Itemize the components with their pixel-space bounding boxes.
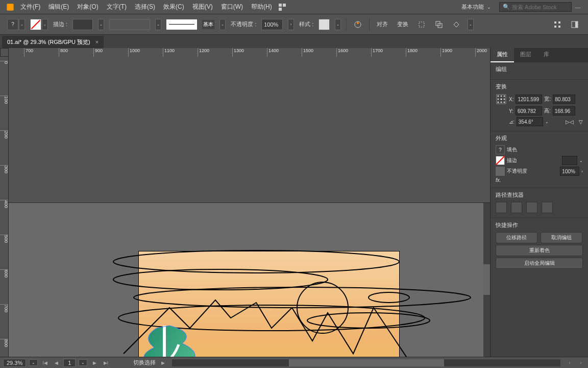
stroke-dd[interactable]: ⌄ (42, 19, 48, 30)
transform-header: 变换 (496, 83, 583, 90)
flip-h-icon[interactable]: ▷◁ (566, 119, 574, 125)
workspace-switcher[interactable]: 基本功能 ⌄ (457, 3, 495, 11)
svg-rect-1 (279, 4, 282, 7)
tool-hint: 切换选择 (133, 359, 156, 366)
svg-rect-2 (283, 4, 286, 7)
canvas[interactable] (9, 203, 490, 357)
minimize-icon[interactable]: — (572, 1, 584, 13)
menu-effect[interactable]: 效果(C) (159, 3, 188, 11)
stroke-weight-dd[interactable]: ⌄ (98, 19, 104, 30)
brush-preview[interactable] (166, 19, 197, 30)
menu-object[interactable]: 对象(O) (73, 3, 102, 11)
align-button[interactable]: 对齐 (375, 19, 390, 30)
search-stock[interactable]: 🔍 (499, 2, 572, 12)
fill-dd[interactable]: ⌄ (19, 19, 25, 30)
control-bar: ?⌄ ⌄ 描边 : ⌄ ⌄ 基本 ⌄ 不透明度 : › 样式 : ⌄ 对齐 变换… (0, 14, 588, 35)
stroke-weight-label: 描边 : (53, 20, 67, 28)
document-tab[interactable]: 01.ai* @ 29.3% (RGB/GPU 预览) × (2, 36, 104, 48)
recolor-button[interactable]: 重新着色 (496, 245, 583, 256)
pf-unite-icon[interactable] (496, 202, 507, 213)
zoom-level[interactable]: 29.3% (3, 359, 26, 367)
reference-point-icon[interactable] (496, 94, 507, 105)
menu-select[interactable]: 选择(S) (131, 3, 159, 11)
next-artboard-icon[interactable]: ▶ (90, 359, 99, 367)
search-icon: 🔍 (503, 4, 510, 10)
graphic-style[interactable] (318, 19, 330, 30)
canvas-vscroll[interactable] (483, 203, 490, 357)
svg-rect-3 (279, 8, 282, 11)
opacity-input[interactable] (261, 19, 283, 30)
menu-file[interactable]: 文件(F) (16, 3, 44, 11)
svg-point-44 (504, 102, 505, 103)
close-tab-icon[interactable]: × (95, 39, 99, 45)
quick-actions-header: 快捷操作 (496, 221, 583, 229)
panel-toggle-icon[interactable] (569, 18, 581, 31)
svg-point-5 (357, 22, 359, 24)
var-width-profile[interactable] (109, 19, 150, 30)
opacity-field[interactable] (560, 167, 579, 176)
brush-dd[interactable]: ⌄ (219, 19, 226, 30)
search-input[interactable] (512, 4, 568, 10)
menu-window[interactable]: 窗口(W) (217, 3, 247, 11)
tab-properties[interactable]: 属性 (491, 48, 514, 62)
global-edit-button[interactable]: 启动全局编辑 (496, 258, 583, 269)
svg-rect-11 (554, 26, 556, 28)
ungroup-button[interactable]: 取消编组 (541, 232, 582, 243)
flip-v-icon[interactable]: ▽ (579, 119, 583, 125)
opacity-dd[interactable]: › (288, 19, 294, 30)
ruler-origin[interactable] (0, 48, 9, 57)
appearance-stroke-none[interactable] (496, 156, 505, 165)
fill-swatch[interactable]: ? (7, 19, 18, 30)
prev-artboard-icon[interactable]: ◀ (52, 359, 60, 367)
tab-libraries[interactable]: 库 (537, 48, 555, 62)
h-input[interactable] (553, 106, 575, 116)
menu-view[interactable]: 视图(V) (188, 3, 217, 11)
svg-rect-14 (575, 21, 578, 28)
stroke-swatch[interactable] (30, 19, 41, 30)
var-width-dd[interactable]: ⌄ (155, 19, 161, 30)
stroke-w-input[interactable] (562, 156, 577, 165)
menu-edit[interactable]: 编辑(E) (44, 3, 73, 11)
fx-label[interactable]: fx. (496, 177, 501, 183)
app-icon (4, 1, 16, 13)
artboard-number[interactable]: 1 (63, 359, 76, 367)
svg-point-41 (504, 99, 505, 100)
pf-minus-icon[interactable] (511, 202, 522, 213)
recolor-icon[interactable] (352, 18, 364, 31)
offset-path-button[interactable]: 位移路径 (496, 232, 537, 243)
more-dd[interactable]: ⌄ (468, 19, 474, 30)
menu-help[interactable]: 帮助(H) (247, 3, 276, 11)
w-input[interactable] (553, 95, 575, 104)
panel-tabs: 属性 图层 库 (491, 48, 588, 62)
arrange-docs-icon[interactable] (276, 1, 288, 13)
pf-exclude-icon[interactable] (542, 202, 553, 213)
horizontal-ruler: 7008009001000110012001300140015001600170… (9, 48, 490, 203)
y-input[interactable] (516, 106, 542, 116)
tool-hint-play-icon[interactable]: ▶ (159, 359, 167, 367)
scroll-left-icon[interactable]: ‹ (566, 359, 574, 367)
zoom-dd[interactable]: ⌄ (29, 359, 38, 366)
hscrollbar[interactable] (172, 359, 560, 366)
scroll-right-icon[interactable]: › (577, 359, 585, 367)
svg-point-40 (501, 99, 502, 100)
menu-type[interactable]: 文字(T) (103, 3, 131, 11)
angle-input[interactable] (517, 117, 543, 126)
appearance-fill-mixed[interactable]: ? (496, 145, 505, 154)
svg-rect-12 (558, 26, 560, 28)
clip-icon[interactable] (433, 18, 445, 31)
tab-layers[interactable]: 图层 (514, 48, 537, 62)
properties-panel: 属性 图层 库 编组 变换 X: 宽: Y: 高: ⊿:⌄ ▷◁ ▽ 外 (490, 48, 588, 357)
last-artboard-icon[interactable]: ▶I (102, 359, 110, 367)
first-artboard-icon[interactable]: I◀ (41, 359, 49, 367)
main-area: 0100200300400500600700800 70080090010001… (0, 48, 588, 357)
stroke-weight-input[interactable] (72, 19, 93, 30)
artboard-dd[interactable]: ⌄ (79, 359, 87, 366)
status-bar: 29.3% ⌄ I◀ ◀ 1 ⌄ ▶ ▶I 切换选择 ▶ ‹ › (0, 357, 588, 368)
grid-icon[interactable] (551, 18, 564, 31)
style-dd[interactable]: ⌄ (335, 19, 341, 30)
isolate-icon[interactable] (415, 18, 428, 31)
x-input[interactable] (516, 95, 542, 104)
pf-intersect-icon[interactable] (526, 202, 537, 213)
edit-contents-icon[interactable] (450, 18, 462, 31)
transform-button[interactable]: 变换 (395, 19, 410, 30)
